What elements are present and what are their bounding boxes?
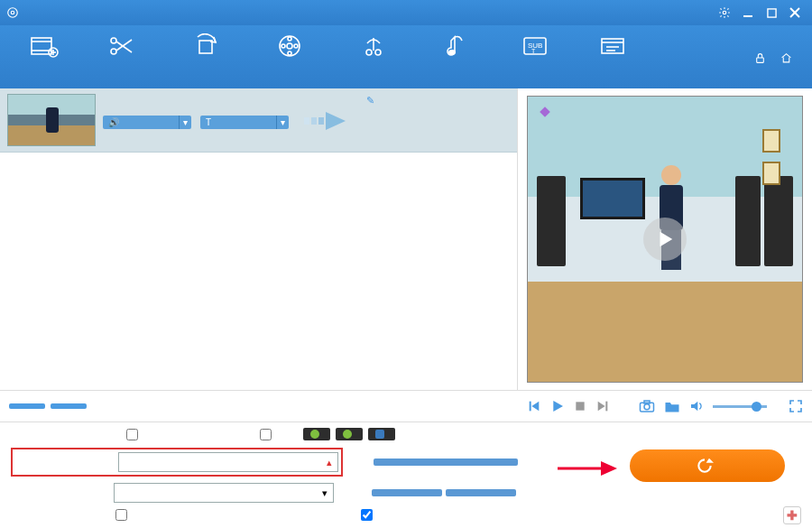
svg-marker-45 [598,402,605,412]
svg-rect-17 [199,41,212,53]
snapshot-button[interactable] [639,399,655,413]
badge-nvenc [336,428,363,440]
svg-marker-40 [660,232,673,247]
main-toolbar: SUBT [0,25,812,88]
clear-button[interactable] [9,403,45,409]
svg-point-23 [281,44,285,48]
intel-icon [375,430,384,439]
open-button[interactable] [446,489,516,496]
official-site-link[interactable] [780,52,796,64]
file-list: 🔊 ▾ T ▾ ✎ [0,88,518,390]
video-preview[interactable] [527,96,803,383]
app-logo-icon [5,5,20,20]
scissors-icon [106,32,137,60]
audio-codec-select[interactable]: 🔊 ▾ [103,116,191,129]
svg-point-19 [287,43,292,49]
svg-marker-43 [553,401,563,412]
subtitle-codec-select[interactable]: T ▾ [200,116,289,129]
tool-watermark[interactable] [328,29,419,63]
svg-point-26 [448,50,456,55]
chevron-down-icon: ▾ [179,116,191,129]
output-format-select[interactable]: ▴ [118,452,338,472]
svg-rect-44 [576,402,584,410]
svg-marker-42 [531,402,539,412]
start-button[interactable] [630,449,785,482]
home-icon [780,52,792,64]
plus-box-icon: ✚ [783,506,801,524]
svg-marker-50 [691,402,697,412]
svg-rect-37 [318,117,324,125]
format-row-highlight: ▴ [11,448,343,477]
svg-line-15 [116,42,132,52]
svg-point-14 [111,49,116,54]
svg-rect-41 [530,402,531,412]
view-button[interactable] [372,489,442,496]
source-meta [103,94,289,108]
svg-point-0 [8,8,18,18]
startend-icon [597,32,628,60]
video-thumbnail [7,94,96,146]
music-icon [442,32,473,60]
fullscreen-button[interactable] [789,399,803,413]
svg-point-20 [288,37,291,41]
svg-rect-35 [304,117,309,125]
tool-add-file[interactable] [5,29,83,63]
chevron-down-icon: ▾ [276,116,289,129]
play-overlay-button[interactable] [643,218,687,261]
rotate-crop-icon [190,32,221,60]
svg-point-18 [280,36,300,56]
badge-cuda [303,428,330,440]
output-settings-button[interactable] [374,459,518,466]
brand-footer-logo: ✚ [783,506,805,524]
tool-rotate-crop[interactable] [161,29,251,63]
next-button[interactable] [595,399,610,413]
text-icon: T [206,117,211,127]
volume-button[interactable] [689,399,704,413]
shutdown-checkbox[interactable] [115,509,213,521]
svg-point-22 [288,51,291,55]
svg-point-24 [366,50,372,55]
svg-point-21 [294,44,298,48]
stop-button[interactable] [574,400,586,412]
tool-start-end[interactable] [574,29,651,63]
svg-marker-39 [540,107,550,117]
prev-button[interactable] [527,399,541,413]
maximize-button[interactable] [760,4,783,22]
tool-effect[interactable] [251,29,328,63]
gpu-checkbox[interactable] [260,429,276,440]
nvidia-eye-icon [343,430,352,439]
about-link[interactable] [754,52,770,64]
lock-icon [754,52,766,64]
subtitle-icon: SUBT [520,32,550,60]
svg-rect-34 [757,58,764,62]
svg-point-25 [375,50,381,55]
title-bar [0,0,812,25]
conversion-arrow-icon [296,94,359,134]
svg-point-13 [111,38,116,43]
tool-cut[interactable] [83,29,161,63]
svg-line-16 [116,40,132,51]
open-folder-button[interactable] [664,400,680,413]
preview-brand-logo [539,106,555,118]
play-button[interactable] [550,399,565,413]
svg-rect-36 [311,117,317,125]
svg-rect-46 [605,402,607,412]
close-button[interactable] [783,4,807,22]
list-action-bar [0,390,518,422]
list-item[interactable]: 🔊 ▾ T ▾ ✎ [0,88,517,153]
effect-icon [274,32,305,60]
output-folder-select[interactable]: ▾ [114,483,334,503]
preview-on-edit-checkbox[interactable] [361,509,458,521]
minimize-button[interactable] [736,4,760,22]
delete-button[interactable] [51,403,87,409]
tool-music[interactable] [419,29,496,63]
svg-marker-38 [326,112,346,130]
svg-point-1 [11,11,14,14]
settings-button[interactable] [713,4,736,22]
merge-checkbox[interactable] [126,429,143,440]
tool-subtitles[interactable]: SUBT [496,29,574,63]
volume-slider[interactable] [713,405,767,408]
svg-text:T: T [531,48,536,54]
svg-point-48 [644,404,650,410]
film-add-icon [29,32,60,60]
